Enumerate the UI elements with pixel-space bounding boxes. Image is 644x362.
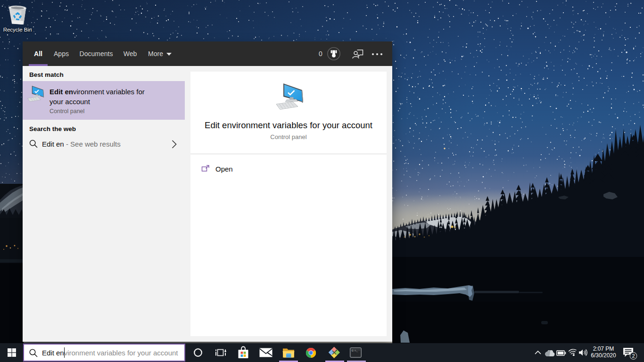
svg-text:2: 2 <box>632 353 635 359</box>
svg-text:C:\_: C:\_ <box>352 349 358 353</box>
